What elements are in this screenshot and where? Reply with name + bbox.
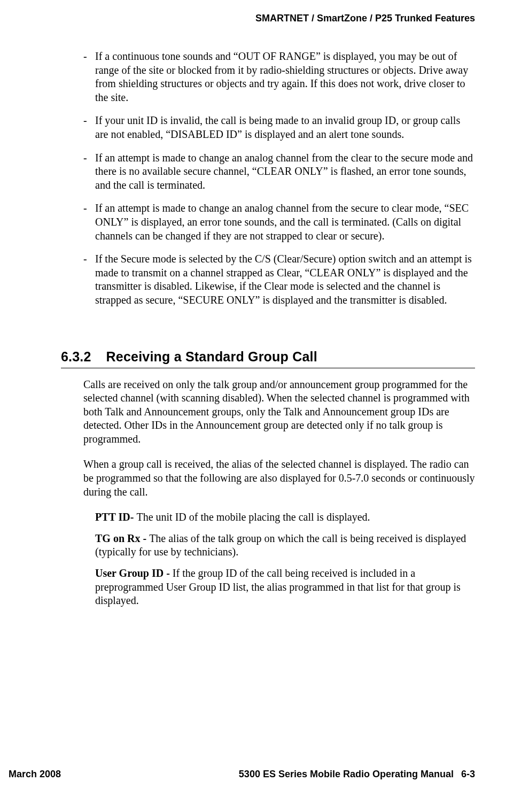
definition-item: User Group ID - If the group ID of the c… xyxy=(95,567,475,608)
section-heading-block: 6.3.2Receiving a Standard Group Call xyxy=(61,349,475,368)
definitions-block: PTT ID- The unit ID of the mobile placin… xyxy=(95,511,475,608)
bullet-list: If a continuous tone sounds and “OUT OF … xyxy=(83,50,475,307)
body-content: If a continuous tone sounds and “OUT OF … xyxy=(83,50,475,608)
section-number: 6.3.2 xyxy=(61,349,91,365)
running-header: SMARTNET / SmartZone / P25 Trunked Featu… xyxy=(46,13,475,24)
definition-term: PTT ID- xyxy=(95,511,136,523)
definition-item: TG on Rx - The alias of the talk group o… xyxy=(95,532,475,559)
definition-term: TG on Rx - xyxy=(95,532,149,544)
list-item: If your unit ID is invalid, the call is … xyxy=(83,114,475,141)
definition-term: User Group ID - xyxy=(95,567,173,579)
list-item: If an attempt is made to change an analo… xyxy=(83,151,475,192)
list-item: If a continuous tone sounds and “OUT OF … xyxy=(83,50,475,104)
list-item: If the Secure mode is selected by the C/… xyxy=(83,252,475,307)
list-item: If an attempt is made to change an analo… xyxy=(83,202,475,243)
footer-manual-title: 5300 ES Series Mobile Radio Operating Ma… xyxy=(239,769,454,779)
page-footer: March 2008 5300 ES Series Mobile Radio O… xyxy=(46,769,475,780)
paragraph: When a group call is received, the alias… xyxy=(83,458,475,499)
definition-item: PTT ID- The unit ID of the mobile placin… xyxy=(95,511,475,524)
footer-right: 5300 ES Series Mobile Radio Operating Ma… xyxy=(239,769,475,780)
footer-date: March 2008 xyxy=(9,769,61,780)
section-title: Receiving a Standard Group Call xyxy=(106,349,317,364)
definition-desc: The unit ID of the mobile placing the ca… xyxy=(136,511,370,523)
definition-desc: The alias of the talk group on which the… xyxy=(95,532,466,558)
paragraph: Calls are received on only the talk grou… xyxy=(83,378,475,446)
section-heading: 6.3.2Receiving a Standard Group Call xyxy=(61,349,475,365)
page: SMARTNET / SmartZone / P25 Trunked Featu… xyxy=(0,0,521,812)
section-rule xyxy=(61,368,475,368)
footer-page-number: 6-3 xyxy=(461,769,475,779)
